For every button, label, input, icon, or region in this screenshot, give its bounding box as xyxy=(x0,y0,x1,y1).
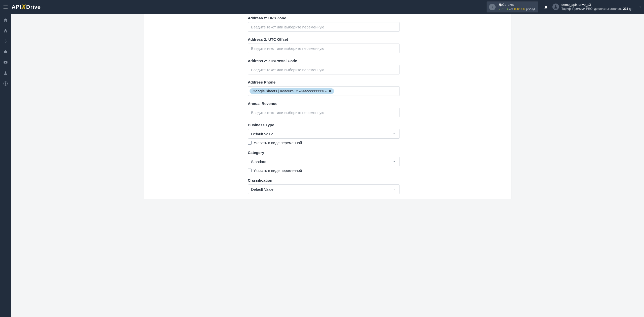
checkbox-row-category: Указать в виде переменной xyxy=(248,168,400,173)
svg-point-2 xyxy=(5,71,6,73)
tag-value: «380999999991» xyxy=(299,89,327,93)
input-utc-offset[interactable] xyxy=(248,44,400,53)
user-menu-chevron[interactable] xyxy=(636,5,644,9)
field-address-phone: Address Phone Google Sheets | Колонка D:… xyxy=(248,80,400,96)
checkbox-category[interactable] xyxy=(248,169,252,172)
checkbox-label-category: Указать в виде переменной xyxy=(254,168,302,173)
app-logo[interactable]: APIXDrive xyxy=(11,0,41,14)
sidebar-item-billing[interactable] xyxy=(0,36,11,47)
input-annual-revenue[interactable] xyxy=(248,108,400,117)
input-zip[interactable] xyxy=(248,65,400,74)
checkbox-row-business-type: Указать в виде переменной xyxy=(248,141,400,145)
sidebar-item-help[interactable] xyxy=(0,78,11,89)
form-panel: Address 2: UPS Zone Address 2: UTC Offse… xyxy=(144,14,511,199)
avatar-icon xyxy=(552,4,559,10)
app-header: APIXDrive Действия: 22'114 из 100'000 (2… xyxy=(0,0,644,14)
select-business-type-value: Default Value xyxy=(251,132,273,136)
field-classification: Classification Default Value xyxy=(248,178,400,194)
select-classification-value: Default Value xyxy=(251,187,273,191)
actions-pct: (22%) xyxy=(526,7,535,11)
chevron-down-icon xyxy=(392,187,396,191)
actions-iz: из xyxy=(509,7,513,11)
question-icon xyxy=(3,81,8,86)
checkbox-label-business-type: Указать в виде переменной xyxy=(254,141,302,145)
sidebar-item-workspace[interactable] xyxy=(0,47,11,57)
tag-remove-button[interactable]: ✕ xyxy=(328,89,332,93)
menu-toggle-button[interactable] xyxy=(0,0,11,14)
tag-source: Google Sheets xyxy=(253,89,277,93)
home-icon xyxy=(3,18,8,22)
select-category[interactable]: Standard xyxy=(248,157,400,166)
sidebar-item-home[interactable] xyxy=(0,15,11,25)
checkbox-business-type[interactable] xyxy=(248,141,252,145)
notifications-button[interactable] xyxy=(541,5,551,9)
info-icon xyxy=(489,4,496,10)
chevron-down-icon xyxy=(638,5,642,9)
sidebar-item-account[interactable] xyxy=(0,68,11,78)
label-classification: Classification xyxy=(248,178,400,182)
user-menu[interactable]: demo_apix-drive_s3 Тариф |Премиум PRO| д… xyxy=(551,3,636,11)
chevron-down-icon xyxy=(392,132,396,136)
field-annual-revenue: Annual Revenue xyxy=(248,101,400,117)
label-category: Category xyxy=(248,150,400,155)
youtube-icon xyxy=(3,60,8,65)
actions-label: Действия: xyxy=(499,3,535,7)
sidebar-item-video[interactable] xyxy=(0,57,11,68)
label-utc-offset: Address 2: UTC Offset xyxy=(248,37,400,42)
select-classification[interactable]: Default Value xyxy=(248,184,400,194)
briefcase-icon xyxy=(3,50,8,54)
sidebar-item-connections[interactable] xyxy=(0,25,11,36)
variable-tag: Google Sheets | Колонка D: «380999999991… xyxy=(250,88,334,94)
actions-quota-text: Действия: 22'114 из 100'000 (22%) xyxy=(499,3,535,11)
label-zip: Address 2: ZIP/Postal Code xyxy=(248,59,400,63)
svg-point-1 xyxy=(555,5,556,7)
actions-max: 100'000 xyxy=(514,7,525,11)
field-utc-offset: Address 2: UTC Offset xyxy=(248,37,400,53)
user-icon xyxy=(3,71,8,75)
input-ups-zone[interactable] xyxy=(248,22,400,32)
field-ups-zone: Address 2: UPS Zone xyxy=(248,16,400,32)
actions-quota-box[interactable]: Действия: 22'114 из 100'000 (22%) xyxy=(487,1,538,13)
field-business-type: Business Type Default Value Указать в ви… xyxy=(248,123,400,145)
sidebar-nav xyxy=(0,14,11,317)
label-business-type: Business Type xyxy=(248,123,400,127)
logo-text: APIXDrive xyxy=(12,3,41,11)
username: demo_apix-drive_s3 xyxy=(561,3,632,7)
label-annual-revenue: Annual Revenue xyxy=(248,101,400,106)
dollar-icon xyxy=(3,39,8,44)
select-business-type[interactable]: Default Value xyxy=(248,129,400,139)
actions-used: 22'114 xyxy=(499,7,508,11)
main-content: Address 2: UPS Zone Address 2: UTC Offse… xyxy=(11,14,644,317)
bell-icon xyxy=(544,5,548,9)
hamburger-icon xyxy=(3,4,8,10)
tag-column: Колонка D: xyxy=(280,89,298,93)
field-zip: Address 2: ZIP/Postal Code xyxy=(248,59,400,74)
select-category-value: Standard xyxy=(251,160,266,164)
sitemap-icon xyxy=(3,28,8,33)
input-address-phone[interactable]: Google Sheets | Колонка D: «380999999991… xyxy=(248,86,400,96)
tariff-line: Тариф |Премиум PRO| до оплаты осталось 2… xyxy=(561,7,632,11)
chevron-down-icon xyxy=(392,160,396,163)
label-ups-zone: Address 2: UPS Zone xyxy=(248,16,400,20)
field-category: Category Standard Указать в виде перемен… xyxy=(248,150,400,173)
label-address-phone: Address Phone xyxy=(248,80,400,84)
user-info: demo_apix-drive_s3 Тариф |Премиум PRO| д… xyxy=(561,3,632,11)
